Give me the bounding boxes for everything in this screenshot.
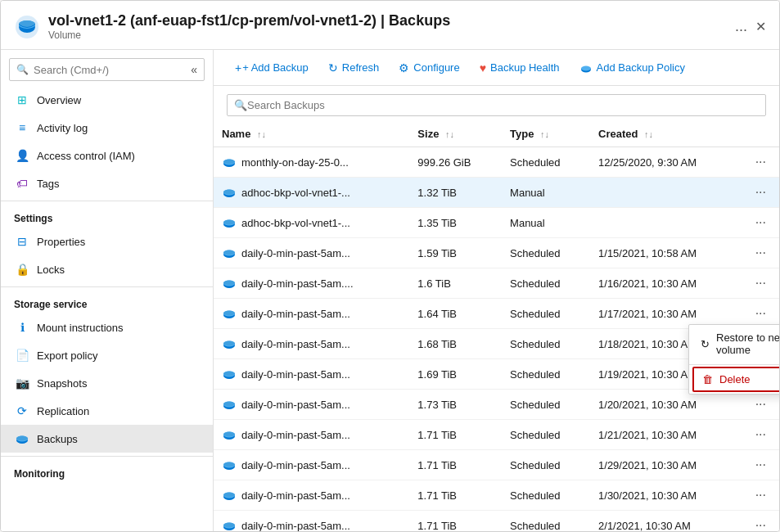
info-icon: ℹ — [14, 319, 30, 336]
more-options-button[interactable]: ··· — [751, 274, 771, 292]
table-row[interactable]: daily-0-min-past-5am... 1.71 TiBSchedule… — [214, 511, 779, 531]
sidebar-item-backups[interactable]: Backups — [1, 425, 213, 453]
sort-created-icon: ↑↓ — [644, 129, 653, 139]
context-menu: ↻ Restore to new volume 🗑 Delete — [688, 324, 779, 394]
more-options-button[interactable]: ··· — [751, 456, 771, 474]
configure-button[interactable]: ⚙ Configure — [390, 57, 467, 79]
refresh-button[interactable]: ↻ Refresh — [320, 57, 388, 79]
col-type[interactable]: Type ↑↓ — [502, 121, 590, 147]
table-row[interactable]: adhoc-bkp-vol-vnet1-... 1.32 TiBManual··… — [214, 178, 779, 208]
row-cloud-icon — [222, 458, 237, 472]
add-backup-policy-button[interactable]: Add Backup Policy — [571, 56, 693, 79]
sidebar-search[interactable]: 🔍 « — [9, 58, 205, 81]
col-created[interactable]: Created ↑↓ — [590, 121, 742, 147]
row-type: Scheduled — [502, 420, 590, 450]
row-size: 1.68 TiB — [409, 329, 502, 359]
toolbar: + + Add Backup ↻ Refresh ⚙ Configure ♥ B… — [214, 50, 779, 86]
col-name[interactable]: Name ↑↓ — [214, 121, 409, 147]
sidebar-item-overview[interactable]: ⊞ Overview — [1, 86, 213, 114]
row-cloud-icon — [222, 427, 237, 442]
sidebar-item-replication[interactable]: ⟳ Replication — [1, 397, 213, 425]
table-row[interactable]: daily-0-min-past-5am... 1.71 TiBSchedule… — [214, 450, 779, 480]
search-icon: 🔍 — [16, 64, 29, 75]
more-options-button[interactable]: ··· — [751, 183, 771, 201]
snapshot-icon: 📷 — [14, 375, 30, 391]
more-options-button[interactable]: ··· — [751, 395, 771, 413]
svg-point-41 — [223, 462, 235, 467]
sidebar-item-label: Locks — [37, 264, 65, 276]
row-type: Manual — [502, 208, 590, 238]
title-ellipsis[interactable]: ... — [735, 18, 747, 35]
svg-point-17 — [223, 220, 235, 225]
svg-point-23 — [223, 281, 235, 286]
sidebar-item-locks[interactable]: 🔒 Locks — [1, 255, 213, 283]
sidebar-item-tags[interactable]: 🏷 Tags — [1, 169, 213, 197]
sidebar-item-snapshots[interactable]: 📷 Snapshots — [1, 369, 213, 397]
title-bar: vol-vnet1-2 (anf-euap-fst1/cp-prem/vol-v… — [1, 1, 779, 50]
sidebar-item-export-policy[interactable]: 📄 Export policy — [1, 341, 213, 369]
page-subtitle: Volume — [48, 29, 735, 41]
sidebar-item-label: Backups — [37, 433, 78, 445]
svg-point-14 — [223, 190, 235, 195]
table-row[interactable]: daily-0-min-past-5am... 1.71 TiBSchedule… — [214, 480, 779, 511]
restore-menu-item[interactable]: ↻ Restore to new volume — [689, 325, 779, 363]
sidebar-item-properties[interactable]: ⊟ Properties — [1, 228, 213, 255]
row-name: daily-0-min-past-5am... — [241, 247, 350, 259]
row-cloud-icon — [222, 367, 237, 381]
more-options-button[interactable]: ··· — [751, 516, 771, 531]
row-created: 1/16/2021, 10:30 AM — [590, 268, 742, 299]
table-row[interactable]: daily-0-min-past-5am.... 1.6 TiBSchedule… — [214, 268, 779, 299]
collapse-button[interactable]: « — [191, 63, 197, 76]
sidebar-item-access-control[interactable]: 👤 Access control (IAM) — [1, 142, 213, 169]
svg-point-29 — [223, 341, 235, 346]
sidebar-item-label: Properties — [37, 236, 85, 248]
close-button[interactable]: ✕ — [755, 19, 766, 34]
table-row[interactable]: adhoc-bkp-vol-vnet1-... 1.35 TiBManual··… — [214, 208, 779, 238]
sidebar-item-activity-log[interactable]: ≡ Activity log — [1, 114, 213, 142]
table-row[interactable]: daily-0-min-past-5am... 1.59 TiBSchedule… — [214, 238, 779, 268]
row-name: adhoc-bkp-vol-vnet1-... — [241, 187, 350, 199]
restore-icon: ↻ — [701, 338, 710, 350]
sidebar-item-label: Snapshots — [37, 377, 87, 390]
volume-icon — [14, 14, 40, 40]
row-name: daily-0-min-past-5am... — [241, 520, 350, 531]
bars-icon: ⊟ — [14, 233, 30, 250]
row-created: 1/15/2021, 10:58 AM — [590, 238, 742, 268]
sidebar-item-label: Access control (IAM) — [37, 150, 135, 162]
more-options-button[interactable]: ··· — [751, 153, 771, 171]
more-options-button[interactable]: ··· — [751, 486, 771, 504]
search-input[interactable] — [34, 64, 191, 76]
add-backup-button[interactable]: + + Add Backup — [227, 57, 317, 79]
row-type: Scheduled — [502, 147, 590, 178]
row-created: 1/21/2021, 10:30 AM — [590, 420, 742, 450]
more-options-button[interactable]: ··· — [751, 304, 771, 322]
backup-health-button[interactable]: ♥ Backup Health — [471, 57, 568, 79]
more-options-button[interactable]: ··· — [751, 244, 771, 262]
row-cloud-icon — [222, 518, 237, 531]
search-backups[interactable]: 🔍 — [227, 94, 766, 116]
col-size[interactable]: Size ↑↓ — [409, 121, 502, 147]
svg-point-35 — [223, 402, 235, 407]
row-cloud-icon — [222, 246, 237, 260]
more-options-button[interactable]: ··· — [751, 214, 771, 232]
row-type: Scheduled — [502, 329, 590, 359]
sidebar-item-mount-instructions[interactable]: ℹ Mount instructions — [1, 313, 213, 341]
table-row[interactable]: monthly-on-day-25-0... 999.26 GiBSchedul… — [214, 147, 779, 178]
sidebar-item-label: Overview — [37, 94, 81, 106]
row-name: daily-0-min-past-5am... — [241, 338, 350, 350]
row-cloud-icon — [222, 397, 237, 412]
row-size: 1.71 TiB — [409, 511, 502, 531]
delete-menu-item[interactable]: 🗑 Delete — [692, 367, 779, 392]
row-size: 1.69 TiB — [409, 359, 502, 390]
search-icon: 🔍 — [234, 99, 247, 111]
row-created: 12/25/2020, 9:30 AM — [590, 147, 742, 178]
section-storage-service: Storage service — [1, 286, 213, 313]
refresh-icon: ↻ — [328, 61, 338, 74]
row-size: 1.35 TiB — [409, 208, 502, 238]
table-row[interactable]: daily-0-min-past-5am... 1.71 TiBSchedule… — [214, 420, 779, 450]
cloud-add-icon — [579, 61, 593, 74]
heart-icon: ♥ — [480, 61, 486, 74]
people-icon: 👤 — [14, 147, 30, 164]
search-backups-input[interactable] — [247, 99, 759, 111]
more-options-button[interactable]: ··· — [751, 426, 771, 444]
